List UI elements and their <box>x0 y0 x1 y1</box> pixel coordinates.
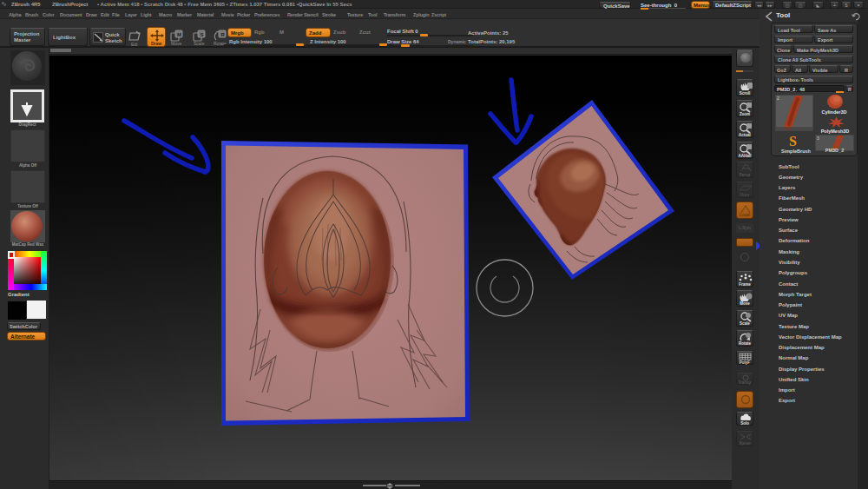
svg-text:M: M <box>177 32 181 37</box>
svg-text:S: S <box>201 32 204 37</box>
svg-text:R: R <box>221 32 226 37</box>
svg-text:S: S <box>789 134 797 149</box>
